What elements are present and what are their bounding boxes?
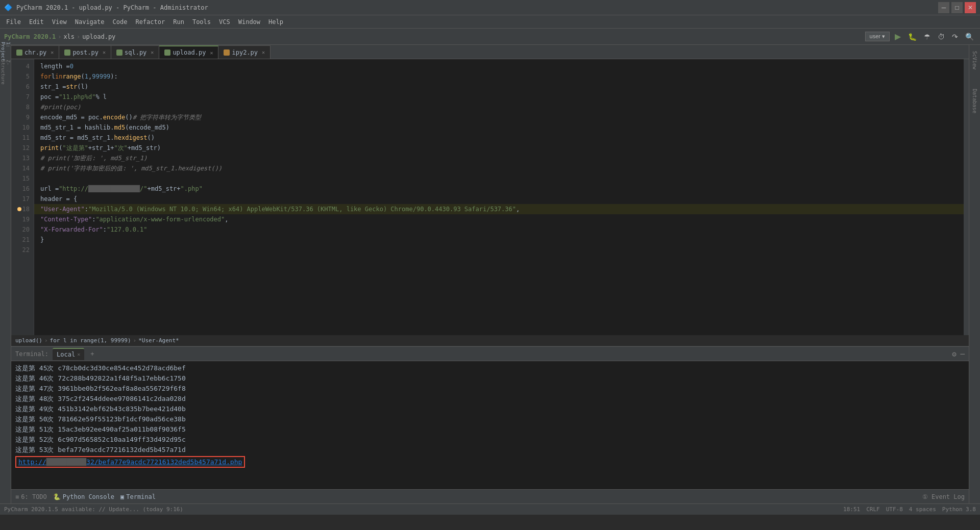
code-editor[interactable]: 4 5 6 7 8 9 10 11 12 13 14 15 16 17 18 1…	[11, 59, 969, 335]
todo-label: 6: TODO	[21, 493, 47, 500]
tab-sql-icon	[116, 49, 122, 56]
run-button[interactable]: ▶	[893, 31, 903, 42]
terminal-settings-icon[interactable]: ⚙	[952, 350, 956, 358]
tab-upload-close[interactable]: ✕	[210, 50, 213, 56]
strip-todo[interactable]: ≡ 6: TODO	[15, 493, 47, 500]
breadcrumb-loop[interactable]: for l in range(1, 99999)	[50, 337, 131, 344]
tab-add[interactable]: +	[86, 348, 98, 360]
sidebar-database[interactable]: Database	[971, 85, 978, 117]
editor-container: chr.py ✕ post.py ✕ sql.py ✕ upload.py ✕ …	[11, 45, 969, 503]
tab-local-close[interactable]: ✕	[77, 351, 80, 357]
coverage-button[interactable]: ☂	[922, 32, 933, 42]
toolbar-left: PyCharm 2020.1 › xls › upload.py	[4, 33, 115, 40]
right-sidebar: ScView Database	[969, 45, 980, 503]
breadcrumb-xls[interactable]: xls	[63, 33, 75, 40]
code-line-18: "User-Agent": "Mozilla/5.0 (Windows NT 1…	[34, 204, 964, 214]
statusbar: PyCharm 2020.1.5 available: // Update...…	[0, 503, 980, 515]
python-console-label: Python Console	[63, 493, 114, 500]
code-line-6: str_1 = str(l)	[34, 82, 964, 92]
sidebar-icon-project[interactable]: 1: Project	[1, 47, 10, 56]
code-line-5: for l in range(1, 99999):	[34, 71, 964, 82]
line-18: 18	[11, 204, 34, 214]
breadcrumb-bar: upload() › for l in range(1, 99999) › *U…	[11, 335, 969, 346]
breadcrumb-sep1: ›	[58, 33, 61, 40]
menu-edit[interactable]: Edit	[25, 15, 48, 29]
breadcrumb-file[interactable]: upload.py	[82, 33, 115, 40]
menu-vcs[interactable]: VCS	[215, 15, 234, 29]
tab-sql[interactable]: sql.py ✕	[111, 45, 159, 59]
editor-scrollbar[interactable]	[964, 59, 969, 335]
sidebar-scview[interactable]: ScView	[971, 47, 978, 73]
search-button[interactable]: 🔍	[963, 32, 976, 42]
tab-chr[interactable]: chr.py ✕	[11, 45, 59, 59]
tab-chr-icon	[16, 49, 22, 56]
user-dropdown[interactable]: user ▾	[865, 32, 890, 41]
code-line-14: # print('字符串加密后的值: ', md5_str_1.hexdiges…	[34, 163, 964, 173]
tab-post-close[interactable]: ✕	[103, 49, 106, 55]
menu-tools[interactable]: Tools	[188, 15, 215, 29]
maximize-button[interactable]: □	[951, 2, 963, 13]
line-11: 11	[11, 133, 34, 143]
line-ending-label: CRLF	[866, 506, 880, 513]
tab-post[interactable]: post.py ✕	[59, 45, 111, 59]
sidebar-icon-structure[interactable]: Z-Structure	[1, 67, 10, 77]
tab-upload[interactable]: upload.py ✕	[159, 45, 218, 59]
code-line-12: print("这是第"+str_1+"次"+md5_str)	[34, 143, 964, 153]
left-sidebar: 1: Project Z-Structure	[0, 45, 11, 503]
line-21: 21	[11, 235, 34, 245]
line-19: 19	[11, 214, 34, 224]
menu-help[interactable]: Help	[264, 15, 287, 29]
step-over-button[interactable]: ↷	[950, 32, 960, 42]
status-line-ending[interactable]: CRLF	[866, 506, 880, 513]
profile-button[interactable]: ⏱	[936, 32, 947, 42]
terminal-label: Terminal:	[15, 350, 48, 358]
statusbar-left: PyCharm 2020.1.5 available: // Update...…	[4, 506, 183, 513]
status-indent[interactable]: 4 spaces	[909, 506, 936, 513]
strip-terminal[interactable]: ▣ Terminal	[120, 493, 156, 500]
menu-file[interactable]: File	[2, 15, 25, 29]
menu-code[interactable]: Code	[109, 15, 132, 29]
statusbar-right: 18:51 CRLF UTF-8 4 spaces Python 3.8	[843, 506, 976, 513]
status-python-version[interactable]: Python 3.8	[942, 506, 976, 513]
dropdown-arrow: ▾	[882, 33, 885, 39]
strip-python-console[interactable]: 🐍 Python Console	[53, 493, 114, 500]
line-16: 16	[11, 184, 34, 194]
breadcrumb-func[interactable]: upload()	[15, 337, 42, 344]
menu-run[interactable]: Run	[169, 15, 188, 29]
strip-event-log[interactable]: ① Event Log	[922, 493, 965, 500]
tab-post-label: post.py	[72, 49, 99, 56]
term-line-2: 这是第 46次 72c288b492822a1f48f5a17ebb6c1750	[15, 373, 965, 384]
menu-window[interactable]: Window	[234, 15, 264, 29]
tab-ipy2-close[interactable]: ✕	[262, 49, 265, 55]
tab-sql-close[interactable]: ✕	[151, 49, 154, 55]
url-link[interactable]: http://██████████32/befa77e9acdc77216132…	[18, 458, 242, 466]
tab-ipy2[interactable]: ipy2.py ✕	[218, 45, 271, 59]
status-update[interactable]: PyCharm 2020.1.5 available: // Update...…	[4, 506, 183, 513]
terminal-minimize-icon[interactable]: ─	[961, 350, 965, 358]
line-6: 6	[11, 82, 34, 92]
code-line-11: md5_str = md5_str_1.hexdigest()	[34, 133, 964, 143]
bottom-strip: ≡ 6: TODO 🐍 Python Console ▣ Terminal ① …	[11, 489, 969, 503]
line-10: 10	[11, 122, 34, 133]
close-button[interactable]: ✕	[965, 2, 976, 13]
debug-button[interactable]: 🐛	[906, 32, 919, 42]
tab-ipy2-icon	[224, 49, 230, 56]
app-logo: 🔷	[4, 4, 12, 11]
minimize-button[interactable]: ─	[938, 2, 949, 13]
titlebar: 🔷 PyCharm 2020.1 - upload.py - PyCharm -…	[0, 0, 980, 15]
tab-chr-close[interactable]: ✕	[51, 49, 54, 55]
code-line-15	[34, 173, 964, 184]
user-label: user	[870, 33, 880, 39]
code-line-9: encode_md5 = poc.encode() # 把字符串转为字节类型	[34, 112, 964, 122]
indent-label: 4 spaces	[909, 506, 936, 513]
event-log-label: ① Event Log	[922, 493, 965, 500]
tab-local[interactable]: Local ✕	[53, 348, 84, 360]
menu-view[interactable]: View	[48, 15, 71, 29]
tab-post-icon	[64, 49, 70, 56]
code-content[interactable]: length = 0 for l in range(1, 99999): str…	[34, 59, 964, 335]
line-5: 5	[11, 71, 34, 82]
menu-navigate[interactable]: Navigate	[71, 15, 109, 29]
breadcrumb-key[interactable]: *User-Agent*	[138, 337, 179, 344]
status-encoding[interactable]: UTF-8	[886, 506, 903, 513]
menu-refactor[interactable]: Refactor	[131, 15, 169, 29]
